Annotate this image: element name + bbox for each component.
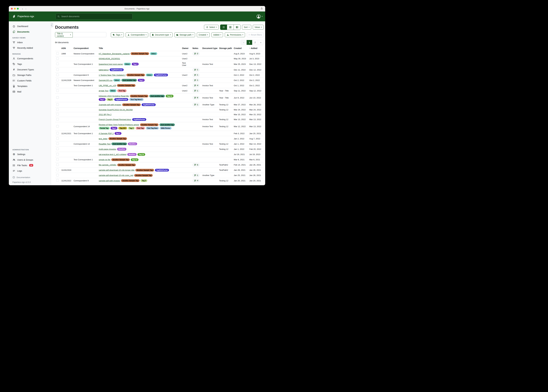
user-menu[interactable]: ▾: [256, 14, 262, 19]
row-checkbox[interactable]: [56, 57, 59, 60]
sidebar-item-storage-paths[interactable]: Storage Paths: [9, 72, 51, 78]
notes-badge[interactable]: 1: [193, 79, 200, 82]
sidebar-item-tags[interactable]: Tags: [9, 61, 51, 67]
pagination-page-2[interactable]: 2: [252, 40, 258, 45]
document-tag[interactable]: Test Tag: [136, 127, 145, 130]
document-title-link[interactable]: drylab Test: [99, 90, 108, 92]
notes-badge[interactable]: 1: [193, 103, 200, 106]
document-title-link[interactable]: 2sample-pdf-with-images: [99, 104, 121, 106]
notes-badge[interactable]: 2: [193, 52, 200, 56]
sidebar-item-dashboard[interactable]: Dashboard: [9, 23, 51, 29]
sidebar-item-logs[interactable]: Logs: [9, 168, 51, 174]
notes-badge[interactable]: 1: [193, 68, 200, 71]
filter-document-type-button[interactable]: Document type▾: [150, 32, 173, 37]
document-tag[interactable]: Just another tag: [149, 95, 165, 98]
notes-badge[interactable]: 1: [193, 89, 200, 92]
document-tag[interactable]: Another Sample Tag: [130, 95, 148, 98]
sidebar-item-templates[interactable]: Templates: [9, 83, 51, 89]
app-logo[interactable]: Paperless-ngx: [12, 14, 34, 18]
row-checkbox[interactable]: [56, 52, 59, 55]
document-tag[interactable]: Tag 2: [115, 132, 122, 135]
notes-badge[interactable]: 6: [193, 96, 200, 99]
notes-badge[interactable]: 1: [193, 174, 200, 177]
row-checkbox[interactable]: [56, 96, 59, 99]
document-tag[interactable]: Another Sample Tag: [121, 179, 140, 182]
row-checkbox[interactable]: [56, 68, 59, 71]
pagination-next[interactable]: »: [258, 40, 264, 45]
document-tag[interactable]: Tag 3: [140, 179, 147, 182]
document-tag[interactable]: NewOne: [117, 148, 126, 150]
document-tag[interactable]: Partial Tag: [99, 127, 110, 130]
row-checkbox[interactable]: [56, 125, 59, 128]
document-title-link[interactable]: 0004814539_20230531: [99, 57, 120, 60]
pagination-prev[interactable]: «: [241, 40, 246, 45]
row-checkbox[interactable]: [56, 174, 59, 176]
document-tag[interactable]: Another Sample Tag: [117, 164, 136, 166]
title-content-input[interactable]: [73, 32, 106, 37]
document-tag[interactable]: Another Sample Tag: [135, 169, 154, 171]
notes-badge[interactable]: 5: [193, 163, 200, 167]
column-header-notes[interactable]: Notes: [191, 46, 201, 51]
column-header-asn[interactable]: ASN: [60, 46, 72, 51]
document-tag[interactable]: With Perms: [160, 127, 171, 130]
grid-view-button[interactable]: [227, 25, 234, 30]
column-header-title[interactable]: Title: [98, 46, 181, 51]
document-tag[interactable]: NewOne: [127, 153, 137, 156]
row-checkbox[interactable]: [56, 89, 59, 92]
pagination-page-1[interactable]: 1: [246, 40, 252, 45]
document-title-link[interactable]: file-sample_150kBs: [99, 164, 116, 166]
row-checkbox[interactable]: [56, 118, 59, 120]
row-checkbox[interactable]: [56, 169, 59, 171]
document-tag[interactable]: Tag 12: [166, 95, 173, 98]
document-title-link[interactable]: Sonstige ScanPC2022 03-24_081058: [99, 109, 133, 111]
document-tag[interactable]: Inbox: [146, 74, 153, 76]
filter-created-button[interactable]: Created▾: [197, 32, 210, 37]
row-checkbox[interactable]: [56, 108, 59, 111]
document-tag[interactable]: NewOne: [128, 142, 137, 145]
document-tag[interactable]: Another Sample Tag: [122, 103, 141, 106]
global-search-input[interactable]: [61, 15, 124, 18]
document-tag[interactable]: Tag 2: [138, 79, 145, 82]
document-title-link[interactable]: 1 Testing New Title Updated 2: [99, 74, 125, 76]
row-checkbox[interactable]: [56, 158, 59, 161]
row-checkbox[interactable]: [56, 142, 59, 145]
row-checkbox[interactable]: [56, 163, 59, 166]
row-checkbox[interactable]: [56, 137, 59, 140]
document-tag[interactable]: Another Sample Tag: [111, 158, 130, 161]
views-button[interactable]: Views▾: [253, 25, 264, 30]
sidebar-item-correspondents[interactable]: Correspondents: [9, 56, 51, 61]
row-checkbox[interactable]: [56, 179, 59, 182]
notes-badge[interactable]: 4: [193, 84, 200, 87]
documentation-link[interactable]: ?Documentation: [12, 175, 51, 180]
document-title-link[interactable]: ReadMe Test: [99, 143, 110, 145]
row-checkbox[interactable]: [56, 153, 59, 155]
sidebar-item-mail[interactable]: Mail: [9, 89, 51, 94]
document-tag[interactable]: Inbox: [150, 52, 157, 55]
filter-permissions-button[interactable]: Permissions▾: [225, 32, 245, 37]
document-tag[interactable]: Test Tag New: [146, 127, 159, 130]
document-tag[interactable]: Just another tag: [159, 123, 175, 126]
sidebar-item-file-tasks[interactable]: File Tasks16: [9, 162, 51, 168]
document-tag[interactable]: Tag 3: [107, 98, 113, 101]
document-tag[interactable]: TagWithPartial: [142, 103, 156, 106]
document-title-link[interactable]: multi-page-mixedxx: [99, 148, 116, 150]
document-tag[interactable]: Tag 2: [132, 63, 139, 65]
document-title-link[interactable]: 2011 BP Pie 2: [99, 113, 111, 116]
document-title-link[interactable]: UM_PPBE_en_v29: [99, 84, 116, 87]
document-title-link[interactable]: Sample100.csv: [99, 79, 112, 81]
document-tag[interactable]: Tag 12: [137, 153, 145, 156]
document-title-link[interactable]: InDesign 2022 Scripting Read Me: [99, 95, 129, 97]
document-tag[interactable]: TagWithPartial: [155, 169, 169, 171]
document-tag[interactable]: Inbox: [109, 89, 116, 92]
document-tag[interactable]: Just another tag: [111, 142, 127, 145]
document-tag[interactable]: Another Sample Tag: [126, 74, 145, 76]
sidebar-item-recently-added[interactable]: Recently Added: [9, 45, 51, 51]
row-checkbox[interactable]: [56, 103, 59, 106]
document-tag[interactable]: Tag 12: [131, 158, 138, 161]
document-tag[interactable]: Tag 222: [118, 127, 127, 130]
document-tag[interactable]: Test Tag New 2: [129, 98, 144, 101]
sidebar-item-inbox[interactable]: Inbox: [9, 40, 51, 45]
row-checkbox[interactable]: [56, 132, 59, 134]
row-checkbox[interactable]: [56, 73, 59, 76]
sidebar-item-settings[interactable]: ⚙Settings: [9, 152, 51, 157]
